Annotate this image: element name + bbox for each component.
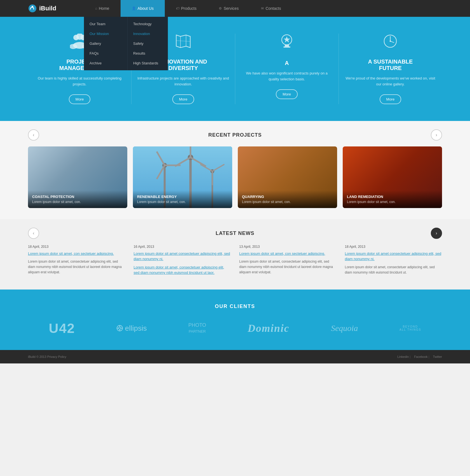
project-overlay-land: LAND REMEDIATION Lorem ipsum dolor sit a… [343, 190, 442, 208]
logo-text: iBuild [39, 5, 56, 12]
news-link-4[interactable]: Lorem ipsum dolor sit amet consectetuer … [345, 251, 442, 262]
project-overlay-coastal: COASTAL PROTECTION Lorem ipsum dolor sit… [28, 190, 127, 208]
hero-desc-3: We have also won significant contracts p… [241, 71, 333, 82]
about-us-dropdown: Our Team Our Mission Gallery FAQs Archiv… [84, 17, 168, 70]
recent-projects-header: ‹ RECENT PROJECTS › [28, 132, 442, 138]
project-name-coastal: COASTAL PROTECTION [32, 195, 123, 199]
award-icon [241, 34, 333, 54]
svg-point-0 [29, 4, 36, 12]
projects-grid: COASTAL PROTECTION Lorem ipsum dolor sit… [28, 146, 442, 208]
news-body-4: Lorem ipsum dolor sit amet, consectetuer… [345, 265, 442, 275]
latest-news-title: LATEST NEWS [216, 230, 255, 236]
hero-desc-4: We're proud of the developments we've wo… [344, 76, 436, 87]
dropdown-col1: Our Team Our Mission Gallery FAQs Archiv… [84, 17, 127, 70]
hero-title-4: A SUSTAINABLEFUTURE [344, 59, 436, 71]
svg-line-11 [176, 41, 190, 41]
project-desc-land: Lorem ipsum dolor sit amet, con. [347, 200, 438, 204]
hero-desc-2: Infrastructure projects are approached w… [137, 76, 229, 87]
projects-prev-btn[interactable]: ‹ [28, 129, 39, 141]
project-desc-coastal: Lorem ipsum dolor sit amet, con. [32, 200, 123, 204]
dropdown-technology[interactable]: Technology [128, 19, 168, 29]
hero-title-3: A [241, 60, 333, 66]
dropdown-our-team[interactable]: Our Team [84, 19, 127, 29]
dropdown-faqs[interactable]: FAQs [84, 48, 127, 58]
logo-icon [28, 4, 37, 13]
client-ellipsis-text: ellipsis [125, 324, 147, 333]
nav-about-us[interactable]: 👤 About Us [121, 0, 165, 17]
news-date-3: 13 April, 2013 [239, 245, 337, 249]
news-date-1: 18 April, 2013 [28, 245, 125, 249]
latest-news-section: ‹ LATEST NEWS › 18 April, 2013 Lorem ips… [0, 219, 470, 290]
client-sequoia: Sequoia [331, 323, 358, 333]
news-next-btn[interactable]: › [431, 228, 442, 239]
client-ellipsis: ellipsis [117, 324, 147, 333]
news-body-3: Lorem ipsum dolor sit amet, consectetuer… [239, 259, 337, 275]
dropdown-our-mission[interactable]: Our Mission [84, 29, 127, 39]
client-beyond: BEYONDALL THINGS [400, 325, 421, 331]
footer-facebook[interactable]: Facebook [414, 355, 427, 358]
footer-links: Linkedin | Facebook | Twitter [394, 355, 442, 358]
news-prev-btn[interactable]: ‹ [28, 228, 39, 239]
dropdown-results[interactable]: Results [128, 48, 168, 58]
nav-home[interactable]: ⌂ Home [84, 0, 121, 17]
svg-marker-13 [284, 36, 290, 43]
svg-point-37 [119, 327, 121, 329]
project-overlay-wind: RENEWABLE ENERGY Lorem ipsum dolor sit a… [133, 190, 232, 208]
footer-linkedin[interactable]: Linkedin [397, 355, 409, 358]
project-card-land[interactable]: LAND REMEDIATION Lorem ipsum dolor sit a… [343, 146, 442, 208]
projects-next-btn[interactable]: › [431, 129, 442, 141]
tag-icon: 🏷 [176, 6, 179, 10]
nav-services[interactable]: ⚙ Services [208, 0, 250, 17]
hero-btn-4[interactable]: More [380, 94, 401, 104]
svg-rect-14 [285, 45, 289, 46]
hero-btn-2[interactable]: More [172, 94, 194, 104]
recent-projects-section: ‹ RECENT PROJECTS › COASTAL PROTECTION L… [0, 121, 470, 219]
news-date-2: 16 April, 2013 [134, 245, 231, 249]
footer-copyright: iBuild © 2013 Privacy Policy [28, 355, 66, 358]
nav-contacts[interactable]: ✉ Contacts [250, 0, 292, 17]
svg-point-19 [389, 41, 391, 42]
news-grid: 18 April, 2013 Lorem ipsum dolor sit ame… [28, 245, 442, 278]
project-card-quarry[interactable]: QUARRYING Lorem ipsum dolor sit amet, co… [238, 146, 337, 208]
header: iBuild ⌂ Home 👤 About Us 🏷 Products ⚙ Se… [0, 0, 470, 17]
ellipsis-icon [117, 325, 123, 331]
nav-products[interactable]: 🏷 Products [165, 0, 208, 17]
dropdown-innovation[interactable]: Innovation [128, 29, 168, 39]
dropdown-gallery[interactable]: Gallery [84, 39, 127, 48]
dropdown-archive[interactable]: Archive [84, 58, 127, 68]
hero-btn-1[interactable]: More [69, 94, 91, 104]
footer: iBuild © 2013 Privacy Policy Linkedin | … [0, 350, 470, 363]
dropdown-col2: Technology Innovation Safety Results Hig… [127, 17, 168, 70]
project-card-wind[interactable]: RENEWABLE ENERGY Lorem ipsum dolor sit a… [133, 146, 232, 208]
news-date-4: 18 April, 2013 [345, 245, 442, 249]
dropdown-safety[interactable]: Safety [128, 39, 168, 48]
client-photopartner: PHOTOPARTNER [188, 322, 206, 334]
news-link-3[interactable]: Lorem ipsum dolor sit amet, con sectetue… [239, 251, 337, 256]
contact-icon: ✉ [261, 6, 264, 10]
hero-btn-3[interactable]: More [276, 89, 298, 99]
news-link-2[interactable]: Lorem ipsum dolor sit amet consectetuer … [134, 251, 231, 262]
hero-section: PROJECTMANAGEMENT Our team is highly ski… [0, 17, 470, 121]
project-name-land: LAND REMEDIATION [347, 195, 438, 199]
client-u42: U42 [49, 321, 75, 336]
dropdown-high-standards[interactable]: High Standards [128, 58, 168, 68]
gear-icon: ⚙ [219, 6, 222, 10]
home-icon: ⌂ [95, 6, 97, 10]
footer-twitter[interactable]: Twitter [433, 355, 442, 358]
latest-news-header: ‹ LATEST NEWS › [28, 230, 442, 236]
hero-desc-1: Our team is highly skilled at successful… [34, 76, 126, 87]
project-name-quarry: QUARRYING [242, 195, 333, 199]
project-name-wind: RENEWABLE ENERGY [137, 195, 228, 199]
svg-rect-15 [283, 46, 290, 48]
news-link-1[interactable]: Lorem ipsum dolor sit amet, con sectetue… [28, 251, 125, 256]
project-desc-wind: Lorem ipsum dolor sit amet, con. [137, 200, 228, 204]
news-body-link-2[interactable]: Lorem ipsum dolor sit amet, consectetuer… [134, 265, 231, 276]
news-body-1: Lorem ipsum dolor sit amet, consectetuer… [28, 259, 125, 275]
clients-grid: U42 ellipsis PHOTOPARTNER Dominic Sequoi… [28, 321, 442, 336]
project-card-coastal[interactable]: COASTAL PROTECTION Lorem ipsum dolor sit… [28, 146, 127, 208]
recent-projects-title: RECENT PROJECTS [208, 132, 262, 138]
news-item-4: 18 April, 2013 Lorem ipsum dolor sit ame… [345, 245, 442, 278]
news-item-3: 13 April, 2013 Lorem ipsum dolor sit ame… [239, 245, 337, 278]
clock-icon [344, 34, 436, 53]
client-dominic: Dominic [248, 322, 289, 334]
